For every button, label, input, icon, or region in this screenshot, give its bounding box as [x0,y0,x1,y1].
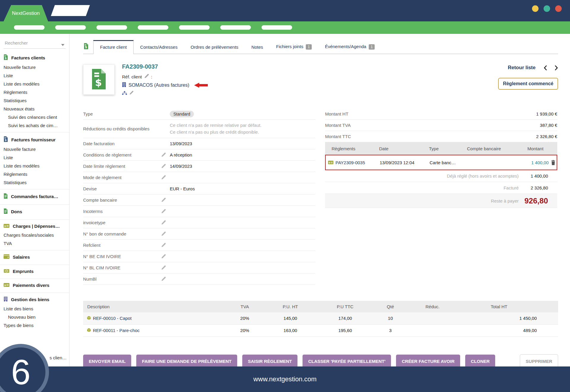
invoice-header: $ FA2309-0037 Réf. client : SOMACOS (Aut… [83,63,558,105]
sidebar-item[interactable]: Nouvelle facture [4,145,66,153]
edit-pencil-icon[interactable] [161,254,170,259]
payment-link[interactable]: $PAY2309-0035 [326,160,376,165]
sidebar-section-header[interactable]: $Factures fournisseur [4,135,66,145]
edit-pencil-icon[interactable] [161,209,170,214]
field-value: 14/09/2023 [170,164,192,169]
sidebar-item[interactable]: Règlements [4,170,66,178]
tab-ordres-de-pr-l-vements[interactable]: Ordres de prélèvements [184,40,245,54]
search-input[interactable] [4,40,60,46]
sidebar-item[interactable]: Liste des biens [4,304,66,313]
client-link[interactable]: SOMACOS (Autres factures) [129,83,189,88]
edit-pencil-icon[interactable] [161,231,170,236]
form-row-invoicetype: invoicetype [83,217,315,228]
sidebar-item[interactable]: Statistiques [4,96,66,105]
sidebar-item[interactable]: Liste des modèles [4,80,66,88]
trash-icon[interactable] [549,160,558,165]
field-label: Incoterms [83,209,161,214]
nav-pill-item[interactable] [138,25,168,30]
sidebar-item[interactable]: Nouveaux états [4,105,66,113]
sidebar-item[interactable]: Charges fiscales/sociales [4,231,66,239]
field-label: Date limite règlement [83,164,161,169]
edit-pencil-icon[interactable] [161,220,170,225]
nav-pill-item[interactable] [179,25,210,30]
reste-a-payer-row: Reste à payer926,80 [325,194,557,208]
summary-row-montant-ht: Montant HT1 939,00 € [325,108,557,120]
sidebar-item[interactable]: Types de biens [4,321,66,329]
supprimer-button[interactable]: SUPPRIMER [520,354,558,368]
sidebar-item[interactable]: Règlements [4,88,66,96]
edit-pencil-icon[interactable] [129,91,134,96]
nav-pill-item[interactable] [55,25,86,30]
line-items-table: DescriptionTVAP.U. HTP.U TTCQtéRéduc.Tot… [83,301,558,337]
créer-facture-avoir-button[interactable]: CRÉER FACTURE AVOIR [396,355,460,368]
edit-pencil-icon[interactable] [161,265,170,270]
saisir-règlement-button[interactable]: SAISIR RÈGLEMENT [242,355,297,368]
invoice-thumbnail-card: $ [83,64,115,95]
sitemap-icon[interactable] [122,91,127,96]
sidebar-section-icon [4,193,8,200]
faire-une-demande-de-prélèvement-button[interactable]: FAIRE UNE DEMANDE DE PRÉLÈVEMENT [136,355,237,368]
envoyer-email-button[interactable]: ENVOYER EMAIL [83,355,131,368]
sidebar-section-header[interactable]: Commandes factura… [4,192,66,202]
edit-pencil-icon[interactable] [161,164,170,169]
sidebar-section-header[interactable]: $Factures clients [4,53,66,63]
line-total-ht: 1 450,00 [458,312,558,325]
tab-notes[interactable]: Notes [245,40,270,54]
product-link[interactable]: REF-00010 - Capot [87,316,222,321]
nav-pill-item[interactable] [220,25,251,30]
sidebar-item[interactable]: Suivi des créances client [4,113,66,121]
sidebar-item[interactable]: Statistiques [4,178,66,186]
edit-pencil-icon[interactable] [161,197,170,203]
sidebar-item[interactable]: Nouvelle facture [4,63,66,71]
payment-amount-link[interactable]: 1 400,00 [523,160,549,165]
edit-pencil-icon[interactable] [161,175,170,180]
edit-pencil-icon[interactable] [161,276,170,282]
building-icon [122,82,126,88]
field-value: 13/09/2023 [170,141,192,146]
sidebar-section-header[interactable]: Emprunts [4,267,66,276]
sidebar-item-partial[interactable]: s clien… [50,355,67,360]
tab-count-badge: 1 [369,44,375,50]
brand-logo: NextGestion [4,5,48,21]
field-label: N° BL CIM IVOIRE [83,265,161,270]
sidebar-item[interactable]: TVA [4,239,66,247]
tab--v-nements-agenda[interactable]: Événements/Agenda1 [318,40,381,54]
sidebar-section-header[interactable]: $Charges | Dépenses… [4,222,66,231]
chevron-left-icon[interactable] [544,65,547,70]
nav-pill-item[interactable] [262,25,292,30]
line-items-header-cell: P.U TTC [317,301,373,312]
status-badge-reglement-commence[interactable]: Règlement commencé [498,78,558,90]
sidebar-item[interactable]: Liste [4,153,66,162]
sidebar-item[interactable]: Liste [4,71,66,80]
sidebar-item[interactable]: Nouveau bien [4,313,66,321]
sidebar-item[interactable]: Liste des modèles [4,162,66,170]
classer-payée-partiellement-button[interactable]: CLASSER 'PAYÉE PARTIELLEMENT' [303,355,391,368]
edit-pencil-icon[interactable] [161,243,170,248]
invoice-number: FA2309-0037 [122,63,208,70]
tab-label: Ordres de prélèvements [191,45,238,50]
nav-pill-item[interactable] [96,25,127,30]
chevron-down-icon[interactable] [61,42,64,47]
form-row-compte-bancaire: Compte bancaire [83,195,315,206]
edit-pencil-icon[interactable] [144,74,149,80]
summary-value: 2 326,80 € [536,134,557,139]
field-label: Réductions ou crédits disponibles [83,126,161,131]
sidebar-section-label: Salaires [13,255,30,260]
cloner-button[interactable]: CLONER [465,355,495,368]
nav-pill-item[interactable] [14,25,45,30]
form-row-n-bon-de-commande: N° bon de commande [83,228,315,240]
edit-pencil-icon[interactable] [161,152,170,157]
tab-contacts-adresses[interactable]: Contacts/Adresses [134,40,184,54]
chevron-right-icon[interactable] [555,65,558,70]
sidebar-section-header[interactable]: Salaires [4,252,66,262]
sidebar-section-header[interactable]: Dons [4,207,66,217]
svg-text:$: $ [95,77,102,88]
tab-label: Événements/Agenda [325,44,366,49]
tab-facture-client[interactable]: Facture client [93,40,134,54]
sidebar-item[interactable]: Suivi les achats de cim… [4,121,66,129]
tab-fichiers-joints[interactable]: Fichiers joints1 [270,40,318,54]
sidebar-section-header[interactable]: $Paiements divers [4,281,66,290]
sidebar-section-header[interactable]: Gestion des biens [4,295,66,304]
retour-liste-link[interactable]: Retour liste [508,65,536,71]
product-link[interactable]: REF-00011 - Pare-choc [87,328,222,333]
